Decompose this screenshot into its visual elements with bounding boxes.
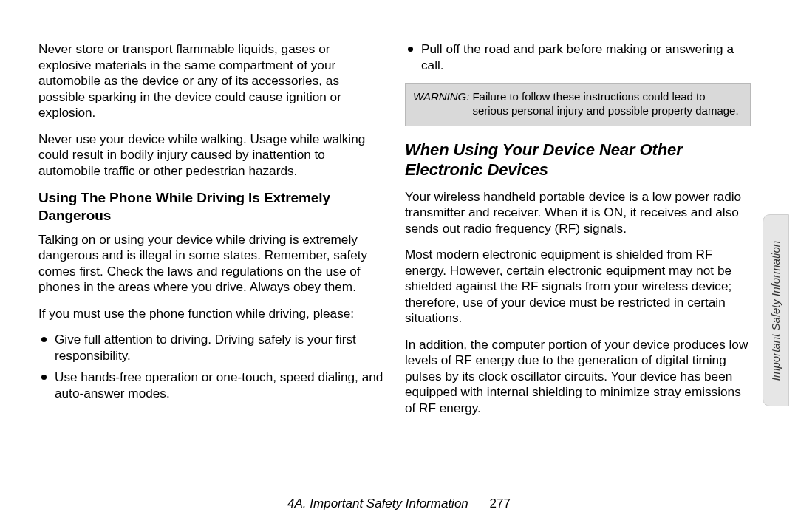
page-number: 277 <box>490 497 511 511</box>
left-bullet-list: Give full attention to driving. Driving … <box>38 332 384 401</box>
section-tab: Important Safety Information <box>763 214 789 406</box>
right-paragraph-1: Your wireless handheld portable device i… <box>405 189 751 237</box>
right-paragraph-3: In addition, the computer portion of you… <box>405 337 751 417</box>
right-bullet-list: Pull off the road and park before making… <box>405 41 751 73</box>
subheading-driving: Using The Phone While Driving Is Extreme… <box>38 189 384 225</box>
list-item: Pull off the road and park before making… <box>405 41 751 73</box>
left-paragraph-2: Never use your device while walking. Usa… <box>38 132 384 180</box>
left-paragraph-1: Never store or transport flammable liqui… <box>38 41 384 121</box>
page-footer: 4A. Important Safety Information 277 <box>0 497 798 511</box>
left-column: Never store or transport flammable liqui… <box>38 41 384 485</box>
manual-page: Never store or transport flammable liqui… <box>0 0 798 532</box>
left-paragraph-3: Talking on or using your device while dr… <box>38 232 384 296</box>
right-column: Pull off the road and park before making… <box>405 41 751 485</box>
warning-box: WARNING: Failure to follow these instruc… <box>405 83 751 126</box>
two-column-layout: Never store or transport flammable liqui… <box>38 41 754 485</box>
left-paragraph-4: If you must use the phone function while… <box>38 306 384 322</box>
warning-label: WARNING: <box>413 90 469 118</box>
right-paragraph-2: Most modern electronic equipment is shie… <box>405 247 751 327</box>
section-heading-electronic-devices: When Using Your Device Near Other Electr… <box>405 140 751 180</box>
footer-section-title: 4A. Important Safety Information <box>287 497 468 511</box>
warning-text: Failure to follow these instructions cou… <box>472 90 743 118</box>
list-item: Give full attention to driving. Driving … <box>38 332 384 364</box>
list-item: Use hands-free operation or one-touch, s… <box>38 369 384 401</box>
section-tab-label: Important Safety Information <box>770 240 782 380</box>
